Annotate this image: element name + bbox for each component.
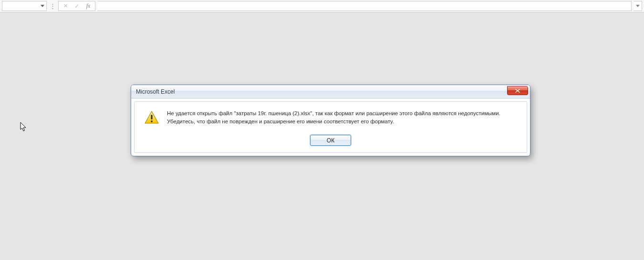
chevron-down-icon[interactable]: [41, 5, 44, 7]
close-icon: [515, 88, 520, 93]
dialog-message: Не удается открыть файл "затраты 19г. пш…: [167, 109, 517, 125]
message-row: Не удается открыть файл "затраты 19г. пш…: [144, 109, 517, 126]
mouse-cursor-icon: [20, 122, 28, 134]
separator-grip-icon[interactable]: ⋮: [49, 4, 56, 9]
close-button[interactable]: [507, 86, 528, 95]
dialog-body: Не удается открыть файл "затраты 19г. пш…: [134, 101, 527, 153]
formula-controls: fx: [58, 1, 95, 11]
dialog-button-row: ОК: [144, 135, 517, 146]
dialog: Microsoft Excel: [131, 85, 530, 156]
dialog-window: Microsoft Excel: [131, 85, 530, 156]
chevron-down-icon: [636, 5, 640, 7]
expand-formula-button[interactable]: [634, 1, 642, 11]
warning-icon: [144, 110, 159, 126]
name-box[interactable]: [2, 1, 47, 11]
svg-rect-0: [151, 115, 152, 119]
dialog-title: Microsoft Excel: [136, 88, 175, 95]
accept-formula-icon: [71, 1, 83, 11]
formula-bar: ⋮ fx: [0, 0, 644, 12]
cancel-formula-icon: [60, 1, 71, 11]
fx-icon[interactable]: fx: [83, 1, 94, 11]
dialog-titlebar[interactable]: Microsoft Excel: [131, 85, 530, 98]
ok-button-label: ОК: [327, 137, 334, 144]
formula-input[interactable]: [97, 1, 632, 11]
svg-point-1: [151, 120, 153, 122]
ok-button[interactable]: ОК: [310, 135, 351, 146]
